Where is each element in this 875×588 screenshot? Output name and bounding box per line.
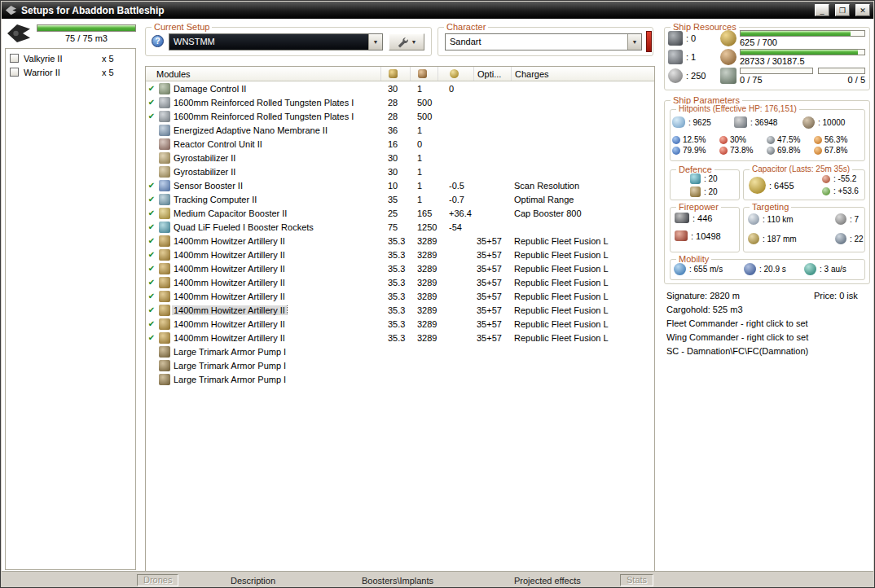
module-active-check-icon[interactable]: ✔ xyxy=(146,250,157,259)
module-icon xyxy=(157,83,172,94)
squad-commander-text[interactable]: SC - Damnation\FC\FC(Damnation) xyxy=(666,346,808,356)
module-name: 1600mm Reinforced Rolled Tungsten Plates… xyxy=(172,98,380,108)
module-active-check-icon[interactable]: ✔ xyxy=(146,98,157,107)
module-active-check-icon[interactable]: ✔ xyxy=(146,305,157,314)
tab-boosters-implants[interactable]: Boosters\Implants xyxy=(362,576,433,586)
tab-projected-effects[interactable]: Projected effects xyxy=(514,576,581,586)
module-row[interactable]: ✔ Quad LiF Fueled I Booster Rockets 75 1… xyxy=(146,220,654,234)
minimize-button[interactable]: _ xyxy=(815,4,829,16)
wing-commander-text[interactable]: Wing Commander - right click to set xyxy=(666,332,808,342)
module-row[interactable]: ✔ 1600mm Reinforced Rolled Tungsten Plat… xyxy=(146,109,654,123)
character-combobox-arrow-icon[interactable]: ▼ xyxy=(627,34,641,50)
module-active-check-icon[interactable]: ✔ xyxy=(146,84,157,93)
firepower-group: Firepower : 446 : 10498 xyxy=(670,207,740,252)
maximize-button[interactable]: ❐ xyxy=(835,4,850,16)
module-row[interactable]: Gyrostabilizer II 30 1 xyxy=(146,151,654,165)
module-row[interactable]: ✔ Medium Capacitor Booster II 25 165 +36… xyxy=(146,206,654,220)
module-row[interactable]: Large Trimark Armor Pump I xyxy=(146,372,654,386)
module-name: 1400mm Howitzer Artillery II xyxy=(172,278,380,287)
module-icon xyxy=(157,346,172,358)
module-active-check-icon[interactable]: ✔ xyxy=(146,236,157,245)
charges-column-header[interactable]: Charges xyxy=(511,67,654,81)
module-active-check-icon[interactable]: ✔ xyxy=(146,181,157,190)
setup-tools-button[interactable]: ▼ xyxy=(389,33,424,50)
align-time-value: : 20.9 s xyxy=(759,265,786,274)
shield-recharge-icon xyxy=(690,173,701,184)
module-row[interactable]: ✔ 1400mm Howitzer Artillery II 35.3 3289… xyxy=(146,234,654,248)
setup-combobox-arrow-icon[interactable]: ▼ xyxy=(368,34,382,50)
scan-resolution-icon xyxy=(748,233,759,244)
character-group: Character Sandart ▼ xyxy=(437,27,653,56)
module-row[interactable]: ✔ 1400mm Howitzer Artillery II 35.3 3289… xyxy=(146,317,654,331)
module-row[interactable]: ✔ 1400mm Howitzer Artillery II 35.3 3289… xyxy=(146,261,654,275)
mobility-group: Mobility : 655 m/s : 20.9 s : 3 au/s xyxy=(670,259,865,280)
capacitor-icon xyxy=(749,177,766,194)
character-combobox-value[interactable]: Sandart xyxy=(446,34,627,50)
module-powergrid-value: 1 xyxy=(410,153,437,163)
module-row[interactable]: ✔ Damage Control II 30 1 0 xyxy=(146,81,654,95)
setup-combobox[interactable]: WNSTMM ▼ xyxy=(169,33,383,50)
launcher-hardpoints-icon xyxy=(668,50,683,64)
module-active-check-icon[interactable]: ✔ xyxy=(146,195,157,204)
close-button[interactable]: ✕ xyxy=(855,4,870,16)
armor-resist-value: 73.8% xyxy=(730,146,753,155)
drones-active-value: 0 / 5 xyxy=(818,75,865,85)
fleet-commander-text[interactable]: Fleet Commander - right click to set xyxy=(666,318,808,328)
module-row[interactable]: ✔ Tracking Computer II 35 1 -0.7 Optimal… xyxy=(146,192,654,206)
optimal-column-header[interactable]: Opti... xyxy=(473,67,511,81)
module-active-check-icon[interactable]: ✔ xyxy=(146,319,157,328)
module-row[interactable]: ✔ Sensor Booster II 10 1 -0.5 Scan Resol… xyxy=(146,178,654,192)
turret-hardpoints-value: : 0 xyxy=(686,33,696,43)
character-combobox[interactable]: Sandart ▼ xyxy=(445,33,642,50)
powergrid-icon xyxy=(720,49,736,65)
module-active-check-icon[interactable]: ✔ xyxy=(146,222,157,231)
module-active-check-icon[interactable]: ✔ xyxy=(146,112,157,121)
module-powergrid-value: 3289 xyxy=(410,319,437,329)
capacitor-column-icon[interactable] xyxy=(437,67,473,81)
firepower-title: Firepower xyxy=(676,202,721,212)
drone-list[interactable]: Valkyrie II x 5 Warrior II x 5 xyxy=(5,48,136,570)
module-active-check-icon[interactable]: ✔ xyxy=(146,264,157,273)
turret-hardpoints-icon xyxy=(668,31,683,46)
drone-list-item[interactable]: Warrior II x 5 xyxy=(7,65,134,79)
drone-list-item[interactable]: Valkyrie II x 5 xyxy=(7,51,134,65)
module-row[interactable]: Large Trimark Armor Pump I xyxy=(146,358,654,372)
module-row[interactable]: Gyrostabilizer II 30 1 xyxy=(146,165,654,178)
module-row[interactable]: Large Trimark Armor Pump I xyxy=(146,344,654,358)
module-active-check-icon[interactable]: ✔ xyxy=(146,333,157,342)
module-row[interactable]: ✔ 1400mm Howitzer Artillery II 35.3 3289… xyxy=(146,248,654,261)
window-title: Setups for Abaddon Battleship xyxy=(21,5,809,16)
module-optimal-value: 35+57 xyxy=(473,236,511,246)
module-row[interactable]: ✔ 1400mm Howitzer Artillery II 35.3 3289… xyxy=(146,331,654,344)
setup-combobox-value[interactable]: WNSTMM xyxy=(169,34,368,50)
module-row[interactable]: Reactor Control Unit II 16 0 xyxy=(146,137,654,151)
module-active-check-icon[interactable]: ✔ xyxy=(146,292,157,301)
module-name: 1400mm Howitzer Artillery II xyxy=(172,264,380,274)
tab-stats[interactable]: Stats xyxy=(620,574,653,586)
module-row[interactable]: ✔ 1400mm Howitzer Artillery II 35.3 3289… xyxy=(146,289,654,303)
module-row[interactable]: ✔ 1400mm Howitzer Artillery II 35.3 3289… xyxy=(146,303,654,317)
module-charge: Republic Fleet Fusion L xyxy=(511,319,654,329)
title-bar[interactable]: Setups for Abaddon Battleship _ ❐ ✕ xyxy=(2,2,873,19)
module-active-check-icon[interactable]: ✔ xyxy=(146,208,157,217)
shield-resist-value: 30% xyxy=(730,135,746,144)
module-row[interactable]: ✔ 1400mm Howitzer Artillery II 35.3 3289… xyxy=(146,275,654,289)
tab-description[interactable]: Description xyxy=(231,576,275,586)
module-icon xyxy=(157,332,172,344)
shield-resist-icon xyxy=(814,136,822,144)
module-name: 1400mm Howitzer Artillery II xyxy=(172,333,380,343)
module-powergrid-value: 3289 xyxy=(410,305,437,315)
drone-checkbox[interactable] xyxy=(10,54,19,63)
module-row[interactable]: ✔ 1600mm Reinforced Rolled Tungsten Plat… xyxy=(146,95,654,109)
module-row[interactable]: Energized Adaptive Nano Membrane II 36 1 xyxy=(146,123,654,137)
modules-column-header[interactable]: Modules xyxy=(146,67,380,81)
module-active-check-icon[interactable]: ✔ xyxy=(146,278,157,287)
module-powergrid-value: 1 xyxy=(410,125,437,135)
drone-checkbox[interactable] xyxy=(10,68,19,77)
powergrid-column-icon[interactable] xyxy=(410,67,437,81)
cpu-column-icon[interactable] xyxy=(380,67,410,81)
shield-resist-value: 47.5% xyxy=(777,135,800,144)
armor-repair-icon xyxy=(690,186,701,197)
tab-drones[interactable]: Drones xyxy=(137,574,178,586)
help-button[interactable]: ? xyxy=(152,35,164,47)
